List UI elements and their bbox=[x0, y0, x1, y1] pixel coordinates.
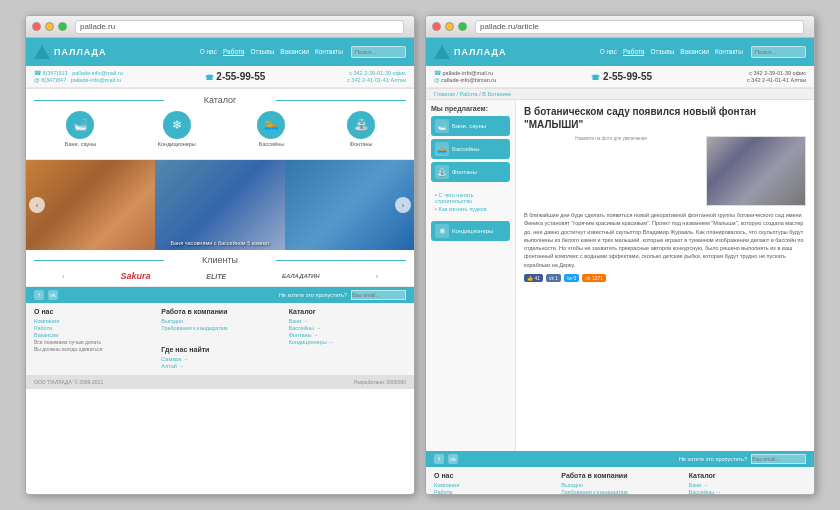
nav-about[interactable]: О нас bbox=[200, 48, 217, 56]
copyright-text: ООО 'ПАЛЛАДА' © 2009-2011 bbox=[34, 379, 103, 385]
footer-col-title-r-1: Работа в компании bbox=[561, 472, 678, 479]
footer-link-0-0[interactable]: Компания bbox=[34, 318, 151, 324]
header-contacts-r: ☎ pallade-info@mail.ru @ callade-info@bi… bbox=[426, 66, 814, 88]
sidebar-btn-1[interactable]: 🏊 Бассейны bbox=[431, 139, 510, 159]
share-twitter[interactable]: tw 0 bbox=[564, 274, 579, 282]
sidebar-link-1[interactable]: Как изгнать лудков bbox=[431, 206, 510, 212]
ac-icon: ❄ bbox=[163, 111, 191, 139]
footer-link-1-1[interactable]: Требования к кандидатам bbox=[161, 325, 278, 331]
footer-link-r-0-0[interactable]: Компания bbox=[434, 482, 551, 488]
footer-link-1-0[interactable]: Выгодно bbox=[161, 318, 278, 324]
footer-columns: О нас Компания Работа Вакансии Все поним… bbox=[26, 303, 414, 375]
catalog-item-0[interactable]: 🛁 Бани, сауны bbox=[65, 111, 96, 147]
phone-side-r: c 342 2-39-01-39 офис c 342 2-41-01-41 А… bbox=[747, 70, 806, 83]
footer-link-r-0-1[interactable]: Работа bbox=[434, 489, 551, 494]
close-button[interactable] bbox=[32, 22, 41, 31]
footer-link-r-3-0[interactable]: Бани → bbox=[689, 482, 806, 488]
nav-vacancies-r[interactable]: Вакансии bbox=[680, 48, 709, 56]
nav-about-r[interactable]: О нас bbox=[600, 48, 617, 56]
nav-reviews-r[interactable]: Отзывы bbox=[650, 48, 674, 56]
maximize-button-r[interactable] bbox=[458, 22, 467, 31]
footer-text-0-3: Все понимаем лучше делать bbox=[34, 339, 151, 346]
footer-link-2-1[interactable]: Алтай → bbox=[161, 363, 278, 369]
vk-icon[interactable]: vk bbox=[48, 290, 58, 300]
slider-prev-button[interactable]: ‹ bbox=[29, 197, 45, 213]
maximize-button[interactable] bbox=[58, 22, 67, 31]
search-input-right[interactable] bbox=[751, 46, 806, 58]
url-bar-right[interactable]: pallade.ru/article bbox=[475, 20, 804, 34]
footer-text-0-4: Вы должны всегда одеваться bbox=[34, 346, 151, 353]
nav-links: О нас Работа Отзывы Вакансии Контакты bbox=[200, 48, 343, 56]
article-image-inner bbox=[707, 137, 805, 205]
catalog-label-1: Кондиционеры bbox=[158, 141, 196, 147]
sidebar-btn-2[interactable]: ⛲ Фонтаны bbox=[431, 162, 510, 182]
facebook-icon-r[interactable]: f bbox=[434, 454, 444, 464]
catalog-item-1[interactable]: ❄ Кондиционеры bbox=[158, 111, 196, 147]
slider-next-button[interactable]: › bbox=[395, 197, 411, 213]
footer-col-title-r-0: О нас bbox=[434, 472, 551, 479]
footer-link-3-3[interactable]: Кондиционеры → bbox=[289, 339, 406, 345]
footer-link-r-3-1[interactable]: Бассейны → bbox=[689, 489, 806, 494]
nav-reviews[interactable]: Отзывы bbox=[250, 48, 274, 56]
breadcrumb-text: Главная / Работа / В Ботанике bbox=[434, 91, 511, 97]
footer-col-title-2: Где нас найти bbox=[161, 346, 278, 353]
clients-section: Клиенты ‹ Sakura ELITE БАЛАДАТИН › bbox=[26, 250, 414, 287]
nav-work[interactable]: Работа bbox=[223, 48, 244, 56]
footer-link-r-1-1[interactable]: Требования к кандидатам bbox=[561, 489, 678, 494]
url-text-r: pallade.ru/article bbox=[480, 22, 539, 31]
newsletter-input-r[interactable] bbox=[751, 454, 806, 464]
sidebar-pool-icon: 🏊 bbox=[435, 142, 449, 156]
catalog-item-2[interactable]: 🏊 Бассейны bbox=[257, 111, 285, 147]
browser-window-right: pallade.ru/article ПАЛЛАДА О нас Работа … bbox=[425, 15, 815, 495]
footer-link-0-2[interactable]: Вакансии bbox=[34, 332, 151, 338]
catalog-item-3[interactable]: ⛲ Фонтаны bbox=[347, 111, 375, 147]
minimize-button-r[interactable] bbox=[445, 22, 454, 31]
nav-contacts[interactable]: Контакты bbox=[315, 48, 343, 56]
footer-link-0-1[interactable]: Работа bbox=[34, 325, 151, 331]
client-1: ELITE bbox=[206, 273, 226, 280]
contact-left: ☎ 8(347)913 pallade-info@mail.ru @ 8(347… bbox=[34, 70, 123, 83]
sidebar-ac-icon: ❄ bbox=[435, 224, 449, 238]
browser-chrome-left: pallade.ru bbox=[26, 16, 414, 38]
header-top: ПАЛЛАДА О нас Работа Отзывы Вакансии Кон… bbox=[26, 38, 414, 66]
slider-caption: Баня часовнями с бассейном 5 комнат bbox=[26, 240, 414, 246]
share-vk[interactable]: vk 1 bbox=[546, 274, 561, 282]
footer-link-2-0[interactable]: Самара → bbox=[161, 356, 278, 362]
url-text: pallade.ru bbox=[80, 22, 115, 31]
clients-next[interactable]: › bbox=[375, 272, 378, 281]
footer-link-3-0[interactable]: Бани → bbox=[289, 318, 406, 324]
nav-contacts-r[interactable]: Контакты bbox=[715, 48, 743, 56]
logo-triangle-icon bbox=[34, 45, 50, 59]
vk-icon-r[interactable]: vk bbox=[448, 454, 458, 464]
social-bar: f vk Не хотите это пропустить? bbox=[26, 287, 414, 303]
minimize-button[interactable] bbox=[45, 22, 54, 31]
phone-main: ☎ 2-55-99-55 bbox=[205, 71, 266, 82]
logo-area: ПАЛЛАДА bbox=[34, 45, 106, 59]
client-0: Sakura bbox=[120, 271, 150, 281]
clients-prev[interactable]: ‹ bbox=[62, 272, 65, 281]
sidebar-link-0[interactable]: С чего начать строительство bbox=[431, 192, 510, 204]
sidebar-bath-icon: 🛁 bbox=[435, 119, 449, 133]
sidebar-btn-3[interactable]: ❄ Кондиционеры bbox=[431, 221, 510, 241]
footer-col-title-0: О нас bbox=[34, 308, 151, 315]
nav-vacancies[interactable]: Вакансии bbox=[280, 48, 309, 56]
client-2: БАЛАДАТИН bbox=[282, 273, 319, 279]
logo-area-r: ПАЛЛАДА bbox=[434, 45, 506, 59]
contact-email-r: @ callade-info@biman.ru bbox=[434, 77, 496, 83]
footer-col-about: О нас Компания Работа Вакансии Все поним… bbox=[34, 308, 151, 370]
share-ok[interactable]: ok 1271 bbox=[582, 274, 606, 282]
footer-link-3-2[interactable]: Фонтаны → bbox=[289, 332, 406, 338]
close-button-r[interactable] bbox=[432, 22, 441, 31]
nav-work-r[interactable]: Работа bbox=[623, 48, 644, 56]
facebook-icon[interactable]: f bbox=[34, 290, 44, 300]
sidebar-btn-0[interactable]: 🛁 Бани, сауны bbox=[431, 116, 510, 136]
newsletter-input[interactable] bbox=[351, 290, 406, 300]
header-contacts: ☎ 8(347)913 pallade-info@mail.ru @ 8(347… bbox=[26, 66, 414, 88]
search-input-left[interactable] bbox=[351, 46, 406, 58]
footer-link-r-1-0[interactable]: Выгодно bbox=[561, 482, 678, 488]
article-main: В ботаническом саду появился новый фонта… bbox=[516, 100, 814, 451]
share-facebook[interactable]: 👍 41 bbox=[524, 274, 543, 282]
url-bar-left[interactable]: pallade.ru bbox=[75, 20, 404, 34]
sidebar-fountain-icon: ⛲ bbox=[435, 165, 449, 179]
footer-link-3-1[interactable]: Бассейны → bbox=[289, 325, 406, 331]
